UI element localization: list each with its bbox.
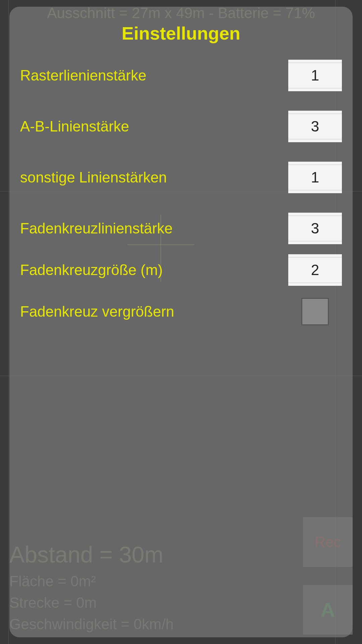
setting-crosshair-line-width: Fadenkreuzlinienstärke 3 bbox=[19, 213, 343, 244]
setting-label: Fadenkreuz vergrößern bbox=[20, 303, 174, 320]
setting-label: Fadenkreuzgröße (m) bbox=[20, 262, 163, 278]
setting-raster-line-width: Rasterlienienstärke 1 bbox=[19, 60, 343, 91]
crosshair-line-spinner[interactable]: 3 bbox=[288, 213, 342, 244]
setting-ab-line-width: A-B-Linienstärke 3 bbox=[19, 111, 343, 142]
checkbox-container bbox=[288, 296, 342, 327]
settings-dialog: Einstellungen Rasterlienienstärke 1 A-B-… bbox=[9, 7, 353, 637]
grid-line bbox=[8, 0, 9, 644]
raster-spinner[interactable]: 1 bbox=[288, 60, 342, 91]
setting-crosshair-size: Fadenkreuzgröße (m) 2 bbox=[19, 254, 343, 286]
spinner-value: 2 bbox=[311, 262, 319, 278]
setting-crosshair-enlarge: Fadenkreuz vergrößern bbox=[19, 296, 343, 327]
spinner-value: 3 bbox=[311, 220, 319, 237]
crosshair-enlarge-checkbox[interactable] bbox=[301, 298, 329, 325]
spinner-value: 3 bbox=[311, 118, 319, 135]
setting-label: Fadenkreuzlinienstärke bbox=[20, 220, 173, 237]
spinner-value: 1 bbox=[311, 67, 319, 84]
setting-label: Rasterlienienstärke bbox=[20, 67, 146, 84]
setting-label: sonstige Linienstärken bbox=[20, 169, 167, 186]
setting-label: A-B-Linienstärke bbox=[20, 118, 129, 135]
crosshair-size-spinner[interactable]: 2 bbox=[288, 254, 342, 286]
setting-other-line-width: sonstige Linienstärken 1 bbox=[19, 162, 343, 193]
dialog-title: Einstellungen bbox=[19, 23, 343, 44]
ab-spinner[interactable]: 3 bbox=[288, 111, 342, 142]
other-spinner[interactable]: 1 bbox=[288, 162, 342, 193]
spinner-value: 1 bbox=[311, 169, 319, 186]
